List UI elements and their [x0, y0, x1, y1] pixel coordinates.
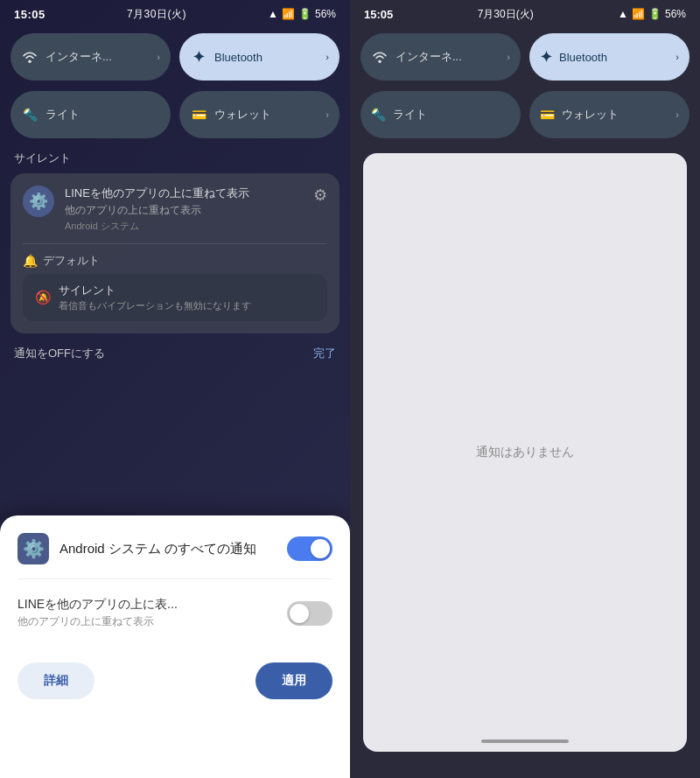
sheet-option-title: LINEを他のアプリの上に表... [18, 597, 228, 613]
left-qs-row2: 🔦 ライト 💳 ウォレット › [0, 86, 350, 144]
sheet-header-row: ⚙️ Android システム のすべての通知 [18, 533, 332, 564]
right-battery-percent: 56% [665, 8, 686, 20]
sheet-option-row: LINEを他のアプリの上に表... 他のアプリの上に重ねて表示 [18, 590, 332, 636]
right-wallet-chevron: › [676, 109, 679, 120]
right-bluetooth-label: Bluetooth [559, 51, 668, 64]
notif-app-icon: ⚙️ [23, 186, 54, 217]
notif-subtitle: 他のアプリの上に重ねて表示 [65, 203, 303, 218]
right-qs-row1: インターネ... › ✦ Bluetooth › [350, 28, 700, 86]
right-wallet-tile[interactable]: 💳 ウォレット › [529, 91, 690, 138]
right-internet-tile[interactable]: インターネ... › [360, 33, 521, 81]
notif-header: ⚙️ LINEを他のアプリの上に重ねて表示 他のアプリの上に重ねて表示 Andr… [23, 186, 327, 233]
bottom-label-row: 通知をOFFにする 完了 [0, 340, 350, 367]
sheet-main-toggle[interactable] [287, 536, 332, 561]
sheet-option-text: LINEを他のアプリの上に表... 他のアプリの上に重ねて表示 [18, 597, 276, 629]
left-notification-section: サイレント ⚙️ LINEを他のアプリの上に重ねて表示 他のアプリの上に重ねて表… [10, 151, 340, 333]
no-notifications-text: 通知はありません [476, 445, 574, 460]
sheet-buttons: 詳細 適用 [18, 662, 332, 708]
notif-default-label: デフォルト [43, 253, 100, 269]
notif-silent-row: 🔕 サイレント 着信音もバイブレーションも無効になります [35, 283, 315, 312]
right-signal-icon: ▲ [618, 8, 628, 20]
left-light-label: ライト [46, 107, 160, 123]
sheet-option-toggle-thumb [290, 604, 309, 623]
sheet-app-icon: ⚙️ [18, 533, 49, 564]
left-wallet-label: ウォレット [214, 107, 318, 123]
left-status-bar: 15:05 7月30日(火) ▲ 📶 🔋 56% [0, 0, 350, 28]
right-panel: 15:05 7月30日(火) ▲ 📶 🔋 56% インターネ... › ✦ Bl… [350, 0, 700, 778]
left-internet-tile[interactable]: インターネ... › [10, 33, 171, 81]
right-content-area: 通知はありません [363, 153, 687, 752]
sheet-divider [18, 578, 332, 579]
right-time: 15:05 [364, 8, 393, 21]
right-home-bar [481, 739, 569, 743]
notif-silent-text: サイレント 着信音もバイブレーションも無効になります [59, 283, 315, 312]
notification-card: ⚙️ LINEを他のアプリの上に重ねて表示 他のアプリの上に重ねて表示 Andr… [10, 173, 340, 333]
right-wallet-icon: 💳 [540, 108, 555, 122]
bottom-sheet: ⚙️ Android システム のすべての通知 LINEを他のアプリの上に表..… [0, 515, 350, 778]
right-flashlight-icon: 🔦 [371, 108, 386, 122]
right-bluetooth-tile[interactable]: ✦ Bluetooth › [529, 33, 690, 81]
wifi-icon [21, 48, 38, 66]
right-light-tile[interactable]: 🔦 ライト [360, 91, 521, 138]
right-bluetooth-icon: ✦ [540, 48, 552, 67]
right-internet-chevron: › [507, 52, 510, 62]
bell-off-icon: 🔕 [35, 290, 52, 305]
left-bluetooth-label: Bluetooth [214, 51, 318, 64]
notif-title: LINEを他のアプリの上に重ねて表示 [65, 186, 303, 201]
signal-icon: ▲ [268, 8, 278, 20]
notif-default-option[interactable]: 🔔 デフォルト [23, 253, 100, 269]
detail-button[interactable]: 詳細 [18, 662, 94, 699]
left-internet-label: インターネ... [46, 49, 150, 65]
notif-body: LINEを他のアプリの上に重ねて表示 他のアプリの上に重ねて表示 Android… [65, 186, 303, 233]
right-wifi-icon [371, 48, 388, 66]
notif-silent-option[interactable]: 🔕 サイレント 着信音もバイブレーションも無効になります [23, 274, 327, 321]
bluetooth-icon: ✦ [190, 48, 207, 66]
left-light-tile[interactable]: 🔦 ライト [10, 91, 171, 138]
wifi-status-icon: 📶 [282, 8, 295, 20]
right-battery-icon: 🔋 [648, 8, 662, 20]
right-qs-row2: 🔦 ライト 💳 ウォレット › [350, 86, 700, 144]
left-date: 7月30日(火) [127, 7, 186, 22]
battery-icon: 🔋 [298, 8, 312, 20]
battery-percent: 56% [315, 8, 336, 20]
right-status-icons: ▲ 📶 🔋 56% [618, 8, 686, 20]
notif-silent-desc: 着信音もバイブレーションも無効になります [59, 299, 315, 312]
left-bluetooth-chevron: › [326, 52, 329, 62]
right-status-bar: 15:05 7月30日(火) ▲ 📶 🔋 56% [350, 0, 700, 28]
right-wifi-icon: 📶 [632, 8, 645, 20]
sheet-option-sub: 他のアプリの上に重ねて表示 [18, 614, 276, 629]
left-time: 15:05 [14, 8, 46, 21]
notif-app-name: Android システム [65, 220, 303, 233]
right-internet-label: インターネ... [396, 49, 500, 65]
notif-options: 🔔 デフォルト [23, 253, 327, 269]
left-wallet-chevron: › [326, 109, 329, 120]
flashlight-icon: 🔦 [21, 106, 38, 123]
bell-icon: 🔔 [23, 254, 38, 268]
bottom-label: 通知をOFFにする [14, 346, 105, 361]
notif-gear-icon[interactable]: ⚙ [313, 186, 327, 205]
notif-silent-title: サイレント [59, 283, 315, 298]
bottom-action[interactable]: 完了 [313, 346, 336, 361]
left-wallet-tile[interactable]: 💳 ウォレット › [179, 91, 340, 138]
sheet-option-toggle[interactable] [287, 601, 332, 626]
left-qs-row1: インターネ... › ✦ Bluetooth › [0, 28, 350, 86]
section-label: サイレント [10, 151, 340, 166]
right-light-label: ライト [393, 107, 510, 123]
sheet-main-toggle-thumb [311, 539, 330, 558]
right-bluetooth-chevron: › [676, 52, 679, 62]
wallet-icon: 💳 [190, 106, 207, 123]
left-status-icons: ▲ 📶 🔋 56% [268, 8, 336, 20]
notif-divider [23, 243, 327, 244]
right-date: 7月30日(火) [478, 7, 534, 22]
left-bluetooth-tile[interactable]: ✦ Bluetooth › [179, 33, 340, 81]
sheet-title: Android システム のすべての通知 [60, 541, 276, 557]
left-internet-chevron: › [157, 52, 160, 62]
right-wallet-label: ウォレット [562, 107, 668, 123]
apply-button[interactable]: 適用 [256, 662, 332, 699]
left-panel: 15:05 7月30日(火) ▲ 📶 🔋 56% インターネ... › ✦ Bl… [0, 0, 350, 778]
